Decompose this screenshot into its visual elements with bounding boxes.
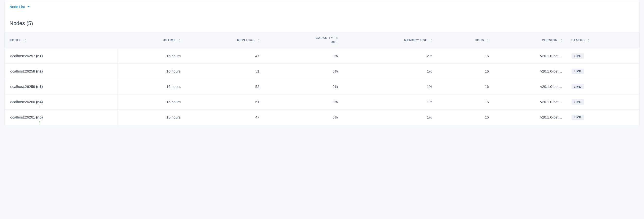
uptime-cell: 15 hours bbox=[118, 94, 184, 110]
page-title: Nodes (5) bbox=[4, 14, 640, 32]
status-badge: LIVE bbox=[572, 99, 584, 105]
col-nodes[interactable]: NODES bbox=[4, 32, 118, 48]
replicas-cell: 47 bbox=[184, 48, 263, 64]
memory-cell: 1% bbox=[341, 64, 436, 79]
nodes-table: NODES UPTIME REPLICAS CAPACITY USE bbox=[4, 32, 640, 125]
node-host: localhost:26259 bbox=[10, 84, 36, 88]
replicas-cell: 52 bbox=[184, 79, 263, 94]
sort-icon bbox=[487, 39, 489, 42]
node-host: localhost:26261 bbox=[10, 115, 36, 119]
sort-icon bbox=[560, 39, 562, 42]
capacity-cell: 0% bbox=[263, 64, 341, 79]
cpus-cell: 16 bbox=[436, 64, 492, 79]
node-cell[interactable]: localhost:26260 (n4)↑ bbox=[4, 94, 118, 110]
node-id: (n3) bbox=[36, 84, 43, 88]
node-host: localhost:26257 bbox=[10, 54, 36, 58]
sort-icon bbox=[430, 39, 432, 42]
node-cell[interactable]: localhost:26258 (n2) bbox=[4, 64, 118, 79]
cpus-cell: 16 bbox=[436, 110, 492, 125]
memory-cell: 1% bbox=[341, 79, 436, 94]
version-cell: v20.1.0-bet… bbox=[492, 79, 566, 94]
view-selector-bar: Node List bbox=[4, 0, 640, 14]
node-id: (n2) bbox=[36, 69, 43, 73]
node-id: (n5) bbox=[36, 115, 43, 119]
status-cell: LIVE bbox=[566, 79, 640, 94]
sort-icon bbox=[257, 39, 259, 42]
col-status[interactable]: STATUS bbox=[566, 32, 640, 48]
uptime-cell: 16 hours bbox=[118, 79, 184, 94]
memory-cell: 1% bbox=[341, 94, 436, 110]
sort-icon bbox=[336, 37, 338, 40]
arrow-up-icon: ↑ bbox=[39, 105, 40, 108]
col-memory[interactable]: MEMORY USE bbox=[341, 32, 436, 48]
table-row: localhost:26258 (n2)16 hours510%1%16v20.… bbox=[4, 64, 640, 79]
node-cell[interactable]: localhost:26259 (n3) bbox=[4, 79, 118, 94]
table-row: localhost:26259 (n3)16 hours520%1%16v20.… bbox=[4, 79, 640, 94]
nodes-panel: Node List Nodes (5) NODES UPTIME REPLICA… bbox=[4, 0, 640, 125]
capacity-cell: 0% bbox=[263, 79, 341, 94]
node-cell[interactable]: localhost:26261 (n5)↑ bbox=[4, 110, 118, 125]
replicas-cell: 51 bbox=[184, 94, 263, 110]
sort-icon bbox=[24, 39, 26, 42]
replicas-cell: 51 bbox=[184, 64, 263, 79]
arrow-up-icon: ↑ bbox=[39, 120, 40, 124]
table-header-row: NODES UPTIME REPLICAS CAPACITY USE bbox=[4, 32, 640, 48]
capacity-cell: 0% bbox=[263, 110, 341, 125]
status-cell: LIVE bbox=[566, 64, 640, 79]
col-version[interactable]: VERSION bbox=[492, 32, 566, 48]
status-cell: LIVE bbox=[566, 48, 640, 64]
status-cell: LIVE bbox=[566, 110, 640, 125]
uptime-cell: 16 hours bbox=[118, 64, 184, 79]
replicas-cell: 47 bbox=[184, 110, 263, 125]
status-badge: LIVE bbox=[572, 84, 584, 89]
sort-icon bbox=[179, 39, 181, 42]
status-badge: LIVE bbox=[572, 53, 584, 59]
capacity-cell: 0% bbox=[263, 48, 341, 64]
node-id: (n4) bbox=[36, 100, 43, 104]
version-cell: v20.1.0-bet… bbox=[492, 110, 566, 125]
sort-icon bbox=[588, 39, 590, 42]
col-uptime[interactable]: UPTIME bbox=[118, 32, 184, 48]
status-cell: LIVE bbox=[566, 94, 640, 110]
node-host: localhost:26260 bbox=[10, 100, 36, 104]
caret-down-icon bbox=[27, 6, 30, 7]
version-cell: v20.1.0-bet… bbox=[492, 48, 566, 64]
version-cell: v20.1.0-bet… bbox=[492, 64, 566, 79]
col-capacity[interactable]: CAPACITY USE bbox=[263, 32, 341, 48]
view-selector-label: Node List bbox=[10, 4, 25, 9]
table-row: localhost:26261 (n5)↑15 hours470%1%16v20… bbox=[4, 110, 640, 125]
status-badge: LIVE bbox=[572, 114, 584, 120]
col-cpus[interactable]: CPUS bbox=[436, 32, 492, 48]
status-badge: LIVE bbox=[572, 68, 584, 74]
memory-cell: 1% bbox=[341, 110, 436, 125]
capacity-cell: 0% bbox=[263, 94, 341, 110]
table-row: localhost:26257 (n1)16 hours470%2%16v20.… bbox=[4, 48, 640, 64]
cpus-cell: 16 bbox=[436, 79, 492, 94]
uptime-cell: 15 hours bbox=[118, 110, 184, 125]
cpus-cell: 16 bbox=[436, 48, 492, 64]
uptime-cell: 16 hours bbox=[118, 48, 184, 64]
cpus-cell: 16 bbox=[436, 94, 492, 110]
node-cell[interactable]: localhost:26257 (n1) bbox=[4, 48, 118, 64]
node-host: localhost:26258 bbox=[10, 69, 36, 73]
col-replicas[interactable]: REPLICAS bbox=[184, 32, 263, 48]
table-row: localhost:26260 (n4)↑15 hours510%1%16v20… bbox=[4, 94, 640, 110]
version-cell: v20.1.0-bet… bbox=[492, 94, 566, 110]
memory-cell: 2% bbox=[341, 48, 436, 64]
view-selector-dropdown[interactable]: Node List bbox=[10, 4, 30, 9]
node-id: (n1) bbox=[36, 54, 43, 58]
